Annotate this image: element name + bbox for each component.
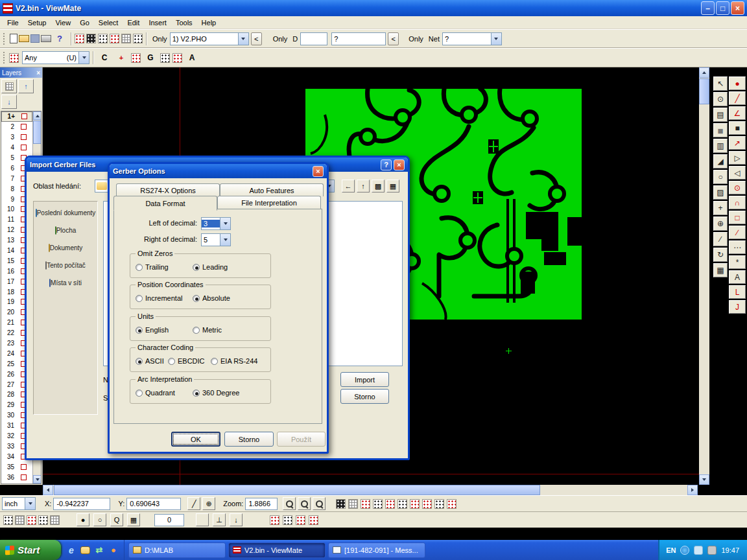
select-group-button[interactable]: G	[143, 51, 158, 65]
place-recent-documents[interactable]: Poslední dokumenty	[34, 208, 97, 219]
unit-combo[interactable]: inch	[2, 497, 36, 510]
vertical-scrollbar[interactable]	[699, 67, 709, 485]
rect-outline-tool-icon[interactable]: □	[729, 211, 746, 224]
zoom-window-icon[interactable]	[298, 497, 311, 510]
select-crosshair-button[interactable]: +	[114, 51, 128, 65]
pointer-tool-icon[interactable]: ↖	[713, 76, 728, 91]
snap-mode-3-icon[interactable]	[27, 515, 36, 525]
back-icon[interactable]: ←	[342, 180, 355, 192]
add-point-tool-icon[interactable]: +	[713, 201, 728, 215]
context-help-icon[interactable]: ?	[53, 32, 67, 46]
radio-leading[interactable]: Leading	[193, 263, 228, 271]
layer-color-swatch[interactable]	[21, 113, 27, 119]
active-tool-icon[interactable]: ■	[713, 123, 728, 137]
minimize-button[interactable]: –	[701, 1, 715, 15]
slash-tool-icon[interactable]: ∕	[729, 226, 746, 239]
select-component-button[interactable]: C	[97, 51, 112, 65]
film-box-icon[interactable]	[86, 34, 96, 43]
film-positive-icon[interactable]	[348, 499, 358, 509]
l-tool-icon[interactable]: L	[729, 285, 746, 299]
snap-mode-4-icon[interactable]	[38, 515, 48, 525]
measure-icon[interactable]: ╱	[187, 497, 200, 510]
film-negative-icon[interactable]	[336, 499, 346, 509]
pad-mode-6-icon[interactable]	[422, 499, 432, 509]
radio-incremental[interactable]: Incremental	[136, 294, 182, 302]
up-folder-icon[interactable]: ↑	[357, 180, 370, 192]
pad-mode-1-icon[interactable]	[361, 499, 370, 509]
layer-combo[interactable]: 1) V2.PHO	[170, 32, 249, 45]
only-dcode-toggle[interactable]: Only	[273, 35, 288, 43]
layer-row[interactable]: 35	[1, 461, 32, 472]
dcode-filter-input[interactable]	[331, 32, 386, 45]
select-net-button[interactable]	[172, 53, 182, 63]
maximize-button[interactable]: □	[716, 1, 729, 15]
new-file-icon[interactable]	[10, 34, 18, 43]
layer-down-button[interactable]: ↓	[1, 95, 17, 109]
crosshair-toggle-icon[interactable]	[133, 34, 143, 43]
pad-mode-3-icon[interactable]	[385, 499, 395, 509]
query-icon[interactable]: Q	[110, 513, 123, 526]
layer-color-swatch[interactable]	[21, 464, 27, 470]
scrollbar-thumb[interactable]	[54, 485, 540, 495]
zoom-all-icon[interactable]	[313, 497, 326, 510]
item-list-tool-icon[interactable]: ▤	[713, 108, 728, 122]
zoom-point-tool-icon[interactable]: ⊙	[713, 92, 728, 106]
combo-arrow-icon[interactable]	[220, 234, 230, 246]
sync-quicklaunch-icon[interactable]: ⇄	[94, 545, 104, 555]
filled-rect-tool-icon[interactable]: ■	[729, 121, 746, 135]
selection-filter-combo[interactable]: Any (U)	[22, 51, 89, 64]
horizontal-scrollbar[interactable]	[43, 485, 698, 495]
update-tray-icon[interactable]	[680, 546, 689, 555]
dcode-view-1-icon[interactable]	[270, 515, 279, 525]
place-documents[interactable]: Dokumenty	[34, 243, 97, 254]
polyline-tool-icon[interactable]: ∠	[729, 106, 746, 120]
step-back-button-1[interactable]: <	[251, 32, 262, 45]
dcode-view-3-icon[interactable]	[296, 515, 305, 525]
radio-trailing[interactable]: Trailing	[136, 263, 169, 271]
layer-row[interactable]: 4	[1, 143, 32, 153]
text-tool-icon[interactable]: A	[729, 270, 746, 284]
menu-help[interactable]: Help	[197, 18, 221, 28]
scroll-down-arrow[interactable]	[33, 475, 42, 484]
layer-row[interactable]: 36	[1, 472, 32, 482]
view-menu-icon[interactable]: ▦	[386, 180, 399, 192]
clear-circle-icon[interactable]: ○	[93, 513, 106, 526]
new-folder-icon[interactable]: ▩	[372, 180, 385, 192]
place-network[interactable]: Místa v síti	[34, 278, 97, 289]
pad-mode-8-icon[interactable]	[447, 499, 456, 509]
draw-tool-icon[interactable]: ∕	[713, 232, 728, 246]
vector-tool-icon[interactable]: ↗	[729, 136, 746, 150]
help-button[interactable]: ?	[381, 159, 392, 170]
language-indicator[interactable]: EN	[666, 546, 676, 554]
close-button[interactable]: ×	[394, 159, 405, 170]
pad-mode-7-icon[interactable]	[434, 499, 444, 509]
layer-table-icon[interactable]	[110, 34, 119, 43]
close-button[interactable]: ×	[731, 1, 744, 15]
hatch-tool-icon[interactable]: ▨	[713, 185, 728, 200]
import-button[interactable]: Import	[340, 372, 389, 387]
tab-data-format[interactable]: Data Format	[113, 196, 217, 211]
radio-360-degree[interactable]: 360 Degree	[193, 389, 240, 397]
film-select-icon[interactable]	[9, 53, 19, 63]
radio-ascii[interactable]: ASCII	[136, 357, 164, 365]
scrollbar-thumb[interactable]	[33, 121, 42, 144]
grid-toggle-icon[interactable]	[121, 34, 131, 43]
anchor-icon[interactable]: ⊥	[213, 513, 226, 526]
layer-up-button[interactable]: ↑	[18, 79, 34, 93]
target-tool-icon[interactable]: ⊙	[729, 181, 746, 194]
tab-auto-features[interactable]: Auto Features	[220, 183, 324, 196]
layers-tool-icon[interactable]: ▦	[713, 263, 728, 277]
radio-english[interactable]: English	[136, 326, 169, 334]
combo-arrow-icon[interactable]	[491, 33, 501, 45]
dcode-list-icon[interactable]	[98, 34, 108, 43]
only-net-toggle[interactable]: Only	[409, 35, 423, 43]
grid-value-field[interactable]: 0	[154, 514, 184, 526]
dots-tool-icon[interactable]: ⋯	[729, 240, 746, 254]
scroll-up-arrow[interactable]	[33, 111, 42, 120]
origin-icon[interactable]: ⊕	[202, 497, 215, 510]
dcode-view-4-icon[interactable]	[309, 515, 318, 525]
combo-arrow-icon[interactable]	[78, 52, 89, 64]
scroll-left-arrow[interactable]	[43, 485, 53, 495]
folder-quicklaunch-icon[interactable]	[80, 546, 90, 554]
triangle-left-tool-icon[interactable]: ◁	[729, 166, 746, 180]
